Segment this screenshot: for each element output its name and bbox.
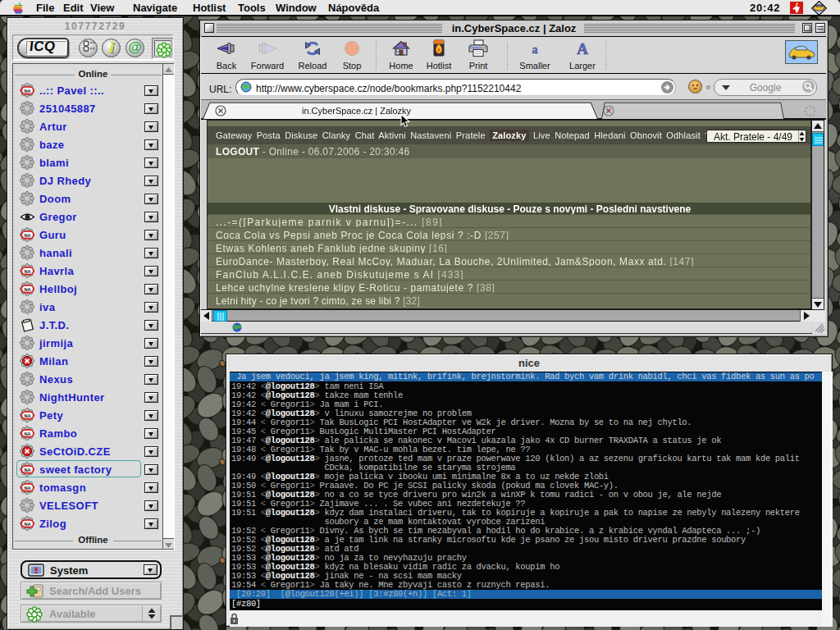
svg-text:NA: NA	[24, 522, 30, 527]
svg-text:a: a	[532, 43, 538, 56]
svg-text:A: A	[577, 40, 588, 57]
svg-text:NA: NA	[24, 413, 30, 418]
svg-text:NA: NA	[24, 468, 30, 472]
svg-text:NA: NA	[24, 287, 30, 292]
svg-text:NA: NA	[24, 486, 30, 491]
svg-text:NA: NA	[24, 89, 30, 94]
svg-text:NA: NA	[24, 431, 30, 436]
svg-text:NA: NA	[24, 233, 30, 238]
svg-text:NA: NA	[24, 269, 30, 274]
